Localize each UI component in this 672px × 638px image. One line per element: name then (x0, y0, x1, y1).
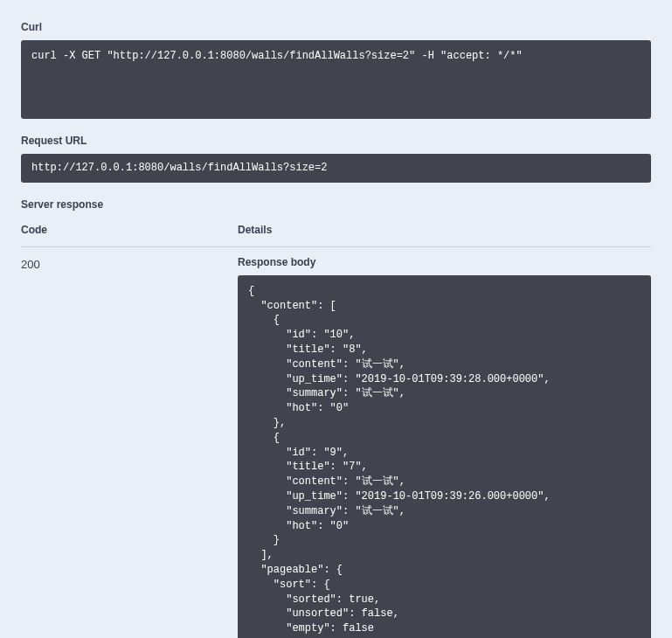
response-table-header: Code Details (21, 223, 651, 246)
table-divider (21, 246, 651, 247)
status-code: 200 (21, 256, 238, 271)
request-url-label: Request URL (21, 135, 651, 147)
request-url-block[interactable]: http://127.0.0.1:8080/walls/findAllWalls… (21, 154, 651, 183)
curl-command-block[interactable]: curl -X GET "http://127.0.0.1:8080/walls… (21, 40, 651, 119)
response-body-block[interactable]: { "content": [ { "id": "10", "title": "8… (238, 275, 651, 638)
response-body-label: Response body (238, 256, 651, 268)
details-header: Details (238, 224, 272, 236)
code-header: Code (21, 224, 47, 236)
curl-label: Curl (21, 21, 651, 33)
response-row: 200 Response body { "content": [ { "id":… (21, 256, 651, 638)
server-response-label: Server response (21, 198, 651, 211)
